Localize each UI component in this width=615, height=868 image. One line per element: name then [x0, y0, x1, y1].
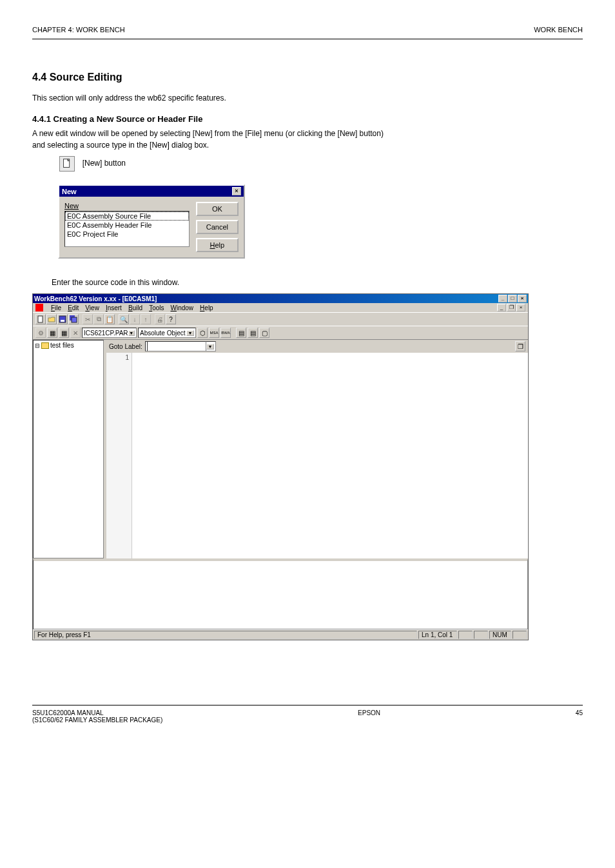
- tb-msa-icon[interactable]: MSA: [209, 328, 219, 338]
- menu-window[interactable]: Window: [171, 304, 194, 311]
- tb-open-icon[interactable]: [46, 314, 57, 324]
- tb-findprev-icon: ↑: [141, 314, 151, 324]
- menu-build[interactable]: Build: [128, 304, 142, 311]
- tb-rebuild-icon[interactable]: ▦: [47, 328, 57, 338]
- object-select[interactable]: Absolute Object▼: [138, 328, 196, 338]
- maximize-icon[interactable]: □: [508, 295, 517, 302]
- project-tree[interactable]: ⊟ test files: [33, 340, 104, 558]
- menu-help[interactable]: Help: [200, 304, 213, 311]
- chevron-down-icon[interactable]: ▼: [128, 330, 135, 336]
- post-dialog-text: Enter the source code in this window.: [52, 278, 583, 287]
- close-icon[interactable]: ×: [518, 295, 527, 302]
- goto-label: Goto Label:: [109, 343, 142, 350]
- tb-save-icon[interactable]: [57, 314, 68, 324]
- menu-file[interactable]: File: [51, 304, 61, 311]
- menu-tools[interactable]: Tools: [149, 304, 164, 311]
- body-line-2: and selecting a source type in the [New]…: [32, 141, 583, 150]
- cancel-button[interactable]: Cancel: [196, 220, 239, 234]
- tb-build-icon: ⚙: [35, 328, 46, 338]
- help-button[interactable]: Help: [196, 238, 239, 252]
- ok-button[interactable]: OK: [196, 202, 239, 216]
- tb-view1-icon[interactable]: ▤: [236, 328, 246, 338]
- tb-copy-icon: ⧉: [93, 314, 104, 324]
- chevron-down-icon[interactable]: ▼: [206, 344, 213, 350]
- header-right: WORK BENCH: [534, 26, 583, 34]
- output-pane[interactable]: [33, 558, 528, 629]
- editor-pane: Goto Label: ▼ ❐ 1: [106, 340, 528, 558]
- footer-page: 45: [576, 709, 583, 724]
- header-left: CHAPTER 4: WORK BENCH: [32, 26, 125, 34]
- status-message: For Help, press F1: [34, 631, 417, 639]
- footer-left: S5U1C62000A MANUAL: [32, 709, 162, 716]
- menu-insert[interactable]: Insert: [106, 304, 122, 311]
- status-lncol: Ln 1, Col 1: [418, 631, 457, 639]
- menu-view[interactable]: View: [85, 304, 99, 311]
- goto-label-select[interactable]: ▼: [145, 341, 216, 351]
- tb-hex-icon[interactable]: ⬡: [197, 328, 208, 338]
- tb-find-icon[interactable]: 🔍: [119, 314, 129, 324]
- tb-new-icon[interactable]: [35, 314, 46, 324]
- menu-edit[interactable]: Edit: [68, 304, 79, 311]
- doc-restore-icon[interactable]: ❐: [507, 304, 516, 311]
- folder-icon: [41, 342, 49, 349]
- new-file-icon: [59, 156, 75, 172]
- status-spacer1: [458, 631, 473, 639]
- footer-sub: (S1C60/62 FAMILY ASSEMBLER PACKAGE): [32, 716, 162, 724]
- svg-rect-3: [61, 320, 64, 322]
- dialog-title: New: [62, 188, 77, 195]
- minimize-icon[interactable]: _: [498, 295, 507, 302]
- tree-root-item[interactable]: ⊟ test files: [35, 342, 102, 349]
- app-window: WorkBench62 Version x.xx - [E0CASM1] _ □…: [32, 293, 529, 640]
- subsection-title: 4.4.1 Creating a New Source or Header Fi…: [32, 114, 583, 124]
- doc-minimize-icon[interactable]: _: [497, 304, 506, 311]
- new-dialog: New × New E0C Assembly Source File E0C A…: [58, 184, 245, 259]
- line-gutter: 1: [106, 353, 132, 558]
- body-line-1: A new edit window will be opened by sele…: [32, 129, 583, 138]
- tb-stop-icon[interactable]: ▦: [59, 328, 69, 338]
- status-spacer3: [512, 631, 527, 639]
- new-button-caption: [New] button: [83, 159, 126, 168]
- list-item[interactable]: E0C Project File: [65, 230, 189, 239]
- section-title: 4.4 Source Editing: [32, 72, 583, 83]
- tb-cascade-icon[interactable]: ❐: [515, 341, 525, 351]
- tb-print-icon: 🖨: [155, 314, 165, 324]
- tb-cut-icon: ✂: [83, 314, 93, 324]
- list-item[interactable]: E0C Assembly Header File: [65, 221, 189, 230]
- section-intro: This section will only address the wb62 …: [32, 94, 583, 103]
- tb-view3-icon[interactable]: ▢: [259, 328, 269, 338]
- chevron-down-icon[interactable]: ▼: [186, 330, 194, 336]
- dialog-new-label: New: [64, 202, 79, 210]
- doc-close-icon[interactable]: ×: [516, 304, 525, 311]
- tb-saveall-icon[interactable]: [68, 314, 79, 324]
- tb-stopbuild-icon: ✕: [70, 328, 81, 338]
- status-num: NUM: [489, 631, 511, 639]
- tb-view2-icon[interactable]: ▤: [248, 328, 258, 338]
- app-title: WorkBench62 Version x.xx - [E0CASM1]: [34, 295, 157, 302]
- dialog-close-icon[interactable]: ×: [232, 187, 241, 195]
- tb-help-icon[interactable]: ?: [166, 314, 176, 324]
- tb-paste-icon[interactable]: 📋: [104, 314, 115, 324]
- tb-findnext-icon: ↓: [130, 314, 140, 324]
- par-select[interactable]: ICS621CP.PAR▼: [82, 328, 137, 338]
- doc-icon: [35, 304, 43, 311]
- status-spacer2: [474, 631, 488, 639]
- editor-body[interactable]: 1: [106, 353, 528, 558]
- svg-rect-1: [38, 316, 43, 322]
- footer-center: EPSON: [358, 709, 380, 724]
- svg-rect-5: [72, 317, 77, 322]
- list-item[interactable]: E0C Assembly Source File: [65, 212, 189, 221]
- tb-bwa-icon[interactable]: BWA: [220, 328, 231, 338]
- file-type-listbox[interactable]: E0C Assembly Source File E0C Assembly He…: [64, 211, 190, 247]
